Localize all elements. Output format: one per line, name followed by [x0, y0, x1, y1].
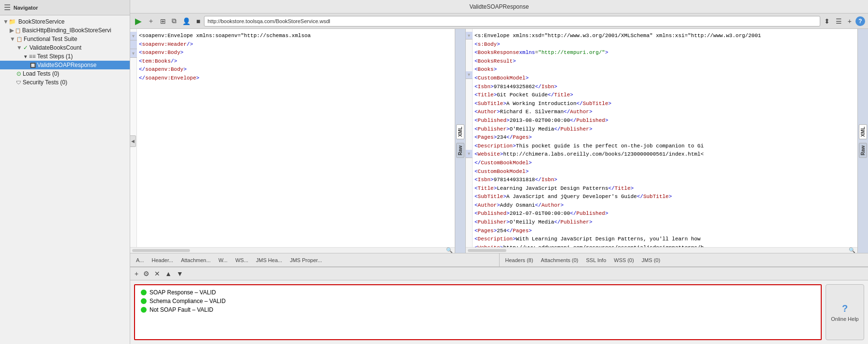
title-bar: ValidteSOAPResponse	[130, 0, 868, 13]
online-help-button[interactable]: ? Online Help	[826, 284, 864, 340]
assertion-up-button[interactable]: ▲	[163, 269, 173, 278]
left-btab[interactable]: Header...	[148, 256, 177, 265]
right-gutter-item	[466, 48, 473, 55]
left-gutter-item	[130, 66, 137, 75]
right-btab[interactable]: Attachments (0)	[537, 256, 583, 265]
copy-button[interactable]: ⧉	[170, 16, 178, 26]
tree-item-functional-test-suite[interactable]: ▼📋Functional Test Suite	[0, 35, 130, 43]
left-gutter-item: ▼	[130, 32, 137, 40]
right-btab[interactable]: SSL Info	[582, 256, 610, 265]
left-raw-tab[interactable]: Raw	[456, 143, 464, 158]
tree-item-bookstore-service[interactable]: ▼📁BookStoreService	[0, 17, 130, 26]
right-side-tabs: XML Raw	[857, 29, 868, 253]
nav-header: ☰ Navigator	[0, 0, 130, 15]
right-bottom-tabs: Headers (8)Attachments (0)SSL InfoWSS (0…	[500, 253, 868, 266]
nav-list-button[interactable]: ☰	[834, 16, 844, 26]
tree-item-basic-http-binding[interactable]: ▶📋BasicHttpBinding_IBookStoreServi	[0, 26, 130, 35]
tree-item-validate-books-count[interactable]: ▼✓ValidateBooksCount	[0, 43, 130, 52]
right-gutter-item	[466, 158, 473, 166]
left-gutter-item	[130, 58, 137, 66]
right-zoom-icon[interactable]: 🔍	[849, 247, 855, 253]
status-dot	[141, 290, 147, 295]
right-raw-tab[interactable]: Raw	[859, 143, 867, 158]
right-gutter-item	[466, 119, 473, 126]
toolbar-right: ⬍ ☰ + ?	[822, 16, 865, 26]
right-line-gutter: ▼▼▼	[466, 29, 473, 247]
right-gutter-item	[466, 79, 473, 87]
left-btab[interactable]: JMS Hea...	[252, 256, 286, 265]
left-xml-gutter-area: ▼▼ <soapenv:Envelope xmlns:soapenv="http…	[130, 29, 455, 247]
play-button[interactable]: ▶	[133, 15, 144, 27]
right-gutter-item	[466, 182, 473, 189]
plus-small-button[interactable]: +	[846, 16, 854, 26]
left-bottom-tabs: A...Header...Attachmen...W...WS...JMS He…	[130, 253, 500, 266]
left-zoom-icon[interactable]: 🔍	[446, 247, 453, 253]
right-gutter-item	[466, 134, 473, 142]
left-xml-scroll[interactable]: <soapenv:Envelope xmlns:soapenv="http://…	[137, 29, 455, 247]
right-gutter-item: ▼	[466, 150, 473, 158]
right-gutter-item	[466, 237, 473, 244]
left-hscroll[interactable]: 🔍	[130, 247, 455, 253]
right-gutter-item	[466, 173, 473, 181]
user-button[interactable]: 👤	[180, 16, 192, 26]
assertion-results: SOAP Response – VALIDSchema Compliance –…	[130, 280, 868, 344]
left-gutter-item	[130, 75, 137, 84]
right-xml-panel: ▼▼▼ <s:Envelope xmlns:xsd="http://www.w3…	[466, 29, 868, 253]
help-toolbar-button[interactable]: ?	[855, 16, 865, 26]
left-btab[interactable]: A...	[132, 256, 148, 265]
add-button[interactable]: ＋	[146, 16, 156, 26]
assertion-toolbar: + ⚙ ✕ ▲ ▼	[130, 267, 868, 280]
right-xml-tab[interactable]: XML	[859, 124, 867, 139]
right-gutter-item	[466, 213, 473, 221]
left-xml-content: ▼▼ <soapenv:Envelope xmlns:soapenv="http…	[130, 29, 455, 253]
left-gutter-item	[130, 40, 137, 49]
right-gutter-item: ▼	[466, 32, 473, 40]
left-btab[interactable]: W...	[215, 256, 231, 265]
right-xml-content: ▼▼▼ <s:Envelope xmlns:xsd="http://www.w3…	[466, 29, 857, 253]
right-btab[interactable]: WSS (0)	[610, 256, 638, 265]
assertion-item: Schema Compliance – VALID	[141, 298, 815, 304]
right-btab[interactable]: Headers (8)	[502, 256, 537, 265]
main-area: ValidteSOAPResponse ▶ ＋ ⊞ ⧉ 👤 ■ ⬍ ☰ + ? …	[130, 0, 868, 344]
left-btab[interactable]: WS...	[231, 256, 252, 265]
right-gutter-item	[466, 87, 473, 94]
assertion-item: Not SOAP Fault – VALID	[141, 306, 815, 313]
tree-item-security-tests[interactable]: 🛡Security Tests (0)	[0, 78, 130, 87]
assertion-delete-button[interactable]: ✕	[153, 269, 162, 278]
xml-panels: ◀ ▼▼ <soapenv:Envelope xmlns:soapenv="ht…	[130, 29, 868, 253]
right-gutter-item	[466, 142, 473, 150]
right-btab[interactable]: JMS (0)	[638, 256, 665, 265]
window-title: ValidteSOAPResponse	[469, 3, 529, 10]
grid-button[interactable]: ⊞	[158, 16, 168, 26]
assertion-down-button[interactable]: ▼	[175, 269, 185, 278]
right-gutter-item	[466, 126, 473, 134]
right-gutter-item: ▼	[466, 71, 473, 79]
left-collapse-handle[interactable]: ◀	[130, 135, 136, 147]
url-input[interactable]	[204, 16, 820, 26]
right-gutter-item	[466, 95, 473, 103]
stop-button[interactable]: ■	[194, 16, 202, 26]
tree-item-test-steps[interactable]: ▼≡≡Test Steps (1)	[0, 52, 130, 61]
left-btab[interactable]: Attachmen...	[177, 256, 215, 265]
right-gutter-item	[466, 110, 473, 118]
tree-item-load-tests[interactable]: ⊙Load Tests (0)	[0, 69, 130, 78]
arrows-button[interactable]: ⬍	[822, 16, 832, 26]
hamburger-icon[interactable]: ☰	[4, 3, 11, 12]
tree-item-validate-soap-response[interactable]: 🔲ValidteSOAPResponse	[0, 61, 130, 69]
left-xml-tab[interactable]: XML	[456, 124, 464, 139]
left-btab[interactable]: JMS Proper...	[286, 256, 326, 265]
right-xml-scroll[interactable]: <s:Envelope xmlns:xsd="http://www.w3.org…	[473, 29, 857, 247]
assertion-add-button[interactable]: +	[133, 269, 140, 278]
right-gutter-item	[466, 205, 473, 213]
assertion-settings-button[interactable]: ⚙	[142, 269, 151, 278]
right-hscroll[interactable]: 🔍	[466, 247, 857, 253]
left-gutter-item: ▼	[130, 49, 137, 58]
right-gutter-item	[466, 166, 473, 173]
bottom-tabs-row: A...Header...Attachmen...W...WS...JMS He…	[130, 253, 868, 267]
right-gutter-item	[466, 189, 473, 197]
left-xml-panel: ◀ ▼▼ <soapenv:Envelope xmlns:soapenv="ht…	[130, 29, 466, 253]
right-gutter-item	[466, 55, 473, 63]
assertion-label: SOAP Response – VALID	[149, 289, 216, 296]
right-gutter-item	[466, 40, 473, 47]
right-gutter-item	[466, 197, 473, 205]
